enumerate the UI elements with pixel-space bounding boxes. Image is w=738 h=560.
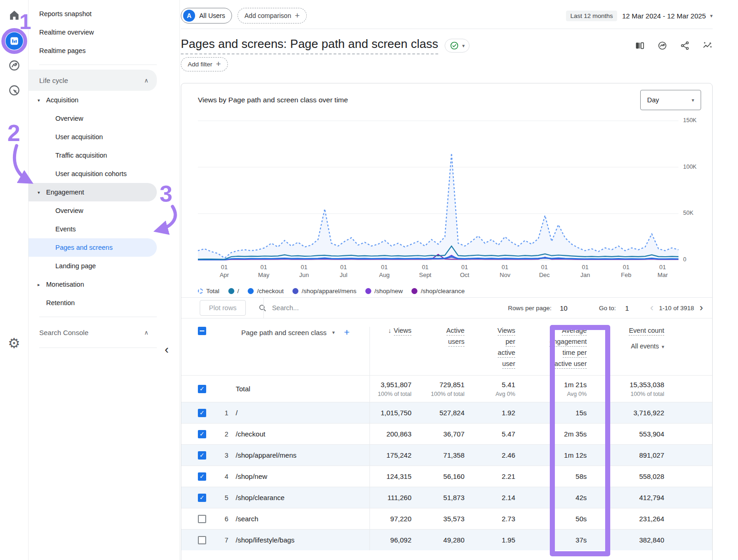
granularity-value: Day <box>647 96 659 104</box>
row-checkbox-checked[interactable]: ✓ <box>198 385 206 393</box>
total-aet-cell: 1m 21sAvg 0% <box>522 381 593 397</box>
report-status-pill[interactable]: ▾ <box>445 39 470 53</box>
row-number: 5 <box>214 494 232 501</box>
row-checkbox-checked[interactable]: ✓ <box>198 494 206 502</box>
rows-per-page-value[interactable]: 10 <box>560 304 568 312</box>
table-search-input[interactable]: Search... <box>258 304 299 312</box>
sidebar-item-monetisation[interactable]: ▸Monetisation <box>29 275 157 294</box>
home-icon[interactable] <box>8 9 20 21</box>
sidebar-item-realtime-overview[interactable]: Realtime overview <box>29 23 157 41</box>
chart-legend: Total//checkout/shop/apparel/mens/shop/n… <box>198 284 712 297</box>
sidebar-item-reports-snapshot[interactable]: Reports snapshot <box>29 5 157 23</box>
sidebar-item-acquisition[interactable]: ▾Acquisition <box>29 91 157 109</box>
avg-engagement-time-cell: 15s <box>522 409 593 417</box>
avg-engagement-time-cell: 42s <box>522 494 593 501</box>
legend-swatch <box>248 288 254 294</box>
sidebar-item-engagement[interactable]: ▾Engagement <box>29 183 157 201</box>
legend-item--shop-apparel-mens[interactable]: /shop/apparel/mens <box>292 288 357 295</box>
x-tick-day: 01 <box>500 263 510 271</box>
comparison-builder-icon[interactable] <box>635 41 645 51</box>
views-per-active-user-column-header-line: active <box>498 349 515 358</box>
previous-page-icon[interactable]: ‹ <box>650 303 654 313</box>
add-dimension-icon[interactable]: + <box>344 327 350 338</box>
total-label: Total <box>232 385 369 393</box>
legend-label: /shop/clearance <box>421 288 464 295</box>
share-icon[interactable] <box>680 41 690 51</box>
granularity-select[interactable]: Day ▾ <box>640 90 701 110</box>
sidebar-item-pages-and-screens[interactable]: Pages and screens <box>29 238 157 257</box>
row-checkbox-cell: ✓ <box>181 494 214 502</box>
views-column-header[interactable]: ↓Views <box>369 327 418 376</box>
sidebar-item-user-acquisition-cohorts[interactable]: User acquisition cohorts <box>29 165 157 183</box>
x-axis-tick: 01Nov <box>500 263 510 279</box>
legend-item-Total[interactable]: Total <box>198 288 220 295</box>
row-checkbox-unchecked[interactable] <box>198 536 206 544</box>
sidebar-item-label: User acquisition <box>55 133 103 141</box>
caret-down-icon: ▾ <box>35 98 42 103</box>
event-filter[interactable]: All events▾ <box>593 342 664 350</box>
total-views-subvalue: 100% of total <box>370 391 411 397</box>
sidebar-item-overview[interactable]: Overview <box>29 201 157 220</box>
page-path-cell: /checkout <box>232 430 369 438</box>
row-checkbox-checked[interactable]: ✓ <box>198 472 206 481</box>
reports-icon[interactable] <box>6 32 23 50</box>
insights-icon[interactable] <box>657 41 667 51</box>
dimension-header[interactable]: Page path and screen class▾+ <box>214 327 369 338</box>
sidebar-item-label: Engagement <box>46 189 84 196</box>
legend-item--[interactable]: / <box>228 288 239 295</box>
sidebar-item-traffic-acquisition[interactable]: Traffic acquisition <box>29 146 157 165</box>
sidebar-item-realtime-pages[interactable]: Realtime pages <box>29 41 157 60</box>
verified-check-icon <box>450 41 459 50</box>
sidebar-item-events[interactable]: Events <box>29 220 157 238</box>
row-checkbox-checked[interactable]: ✓ <box>198 430 206 438</box>
table-header-row: Page path and screen class▾+↓ViewsActive… <box>181 318 712 375</box>
advertising-icon[interactable] <box>8 84 21 97</box>
add-filter-chip[interactable]: Add filter + <box>181 57 228 71</box>
next-page-icon[interactable]: › <box>700 303 703 313</box>
select-all-checkbox[interactable] <box>198 327 206 335</box>
legend-item--checkout[interactable]: /checkout <box>248 288 284 295</box>
legend-item--shop-clearance[interactable]: /shop/clearance <box>411 288 464 295</box>
active-users-column-header[interactable]: Activeusers <box>418 327 471 349</box>
row-checkbox-checked[interactable]: ✓ <box>198 451 206 460</box>
legend-item--shop-new[interactable]: /shop/new <box>365 288 403 295</box>
report-action-icons <box>635 41 713 51</box>
plot-rows-button[interactable]: Plot rows <box>200 300 246 316</box>
avg-engagement-time-column-header[interactable]: Averageengagementtime peractive user <box>522 327 593 371</box>
event-count-column-header[interactable]: Event countAll events▾ <box>593 327 671 350</box>
sidebar-item-retention[interactable]: Retention <box>29 294 157 312</box>
add-comparison-chip[interactable]: Add comparison + <box>238 8 307 24</box>
trend-insights-icon[interactable] <box>702 41 713 51</box>
active-users-cell: 36,707 <box>418 430 471 438</box>
all-users-chip[interactable]: A All Users <box>181 8 232 24</box>
date-range-picker[interactable]: Last 12 months 12 Mar 2024 - 12 Mar 2025… <box>566 11 713 21</box>
sidebar-section-search-console[interactable]: Search Console∧ <box>29 322 157 343</box>
x-tick-day: 01 <box>657 263 667 271</box>
plus-icon: + <box>295 11 300 21</box>
row-number: 6 <box>214 515 232 523</box>
row-checkbox-unchecked[interactable] <box>198 515 206 523</box>
sidebar-section-life-cycle[interactable]: Life cycle∧ <box>29 70 157 91</box>
views-per-active-user-cell: 1.95 <box>471 536 522 544</box>
legend-swatch <box>365 288 371 294</box>
views-cell: 97,220 <box>369 508 418 529</box>
x-tick-day: 01 <box>258 263 269 271</box>
x-axis-tick: 01Oct <box>460 263 469 279</box>
filter-bar: Add filter + <box>181 57 228 71</box>
table-total-row: ✓Total3,951,807100% of total729,851100% … <box>181 375 712 402</box>
header-divider <box>181 29 713 29</box>
collapse-sidenav-icon[interactable]: ‹ <box>165 343 169 355</box>
views-per-active-user-column-header[interactable]: Viewsperactiveuser <box>471 327 522 371</box>
sidebar-item-overview[interactable]: Overview <box>29 109 157 128</box>
sidebar-item-landing-page[interactable]: Landing page <box>29 257 157 275</box>
goto-input[interactable]: 1 <box>625 304 629 312</box>
sidebar-item-user-acquisition[interactable]: User acquisition <box>29 128 157 146</box>
chevron-down-icon: ▾ <box>710 13 713 19</box>
explore-icon[interactable] <box>8 59 21 72</box>
active-users-cell: 35,573 <box>418 515 471 523</box>
y-axis-tick: 100K <box>683 164 696 170</box>
row-checkbox-checked[interactable]: ✓ <box>198 409 206 417</box>
table-row: ✓1/1,015,750527,8241.9215s3,716,922 <box>181 402 712 423</box>
event-count-cell: 382,840 <box>593 536 671 544</box>
settings-gear-icon[interactable]: ⚙ <box>8 336 20 350</box>
